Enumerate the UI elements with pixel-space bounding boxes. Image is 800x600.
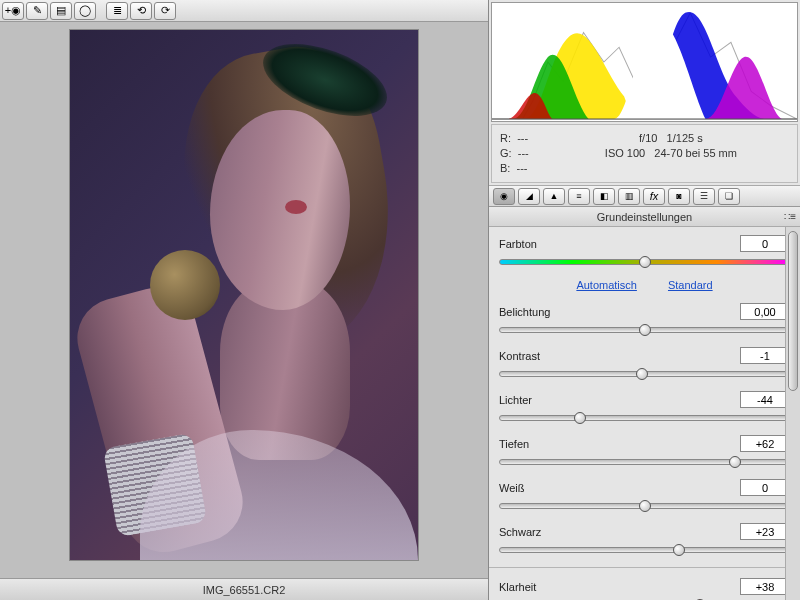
- slider-weiss: Weiß: [499, 479, 790, 513]
- slider-tiefen: Tiefen: [499, 435, 790, 469]
- oval-icon[interactable]: ◯: [74, 2, 96, 20]
- klarheit-input[interactable]: [740, 578, 790, 595]
- schwarz-track[interactable]: [499, 543, 790, 557]
- r-value: ---: [517, 132, 528, 144]
- image-viewport[interactable]: [0, 22, 488, 578]
- panel-scrollbar[interactable]: [785, 227, 800, 600]
- exif-readout: R: --- G: --- B: --- f/10 1/125 s ISO 10…: [491, 124, 798, 183]
- section-header: Grundeinstellungen ∷≡: [489, 207, 800, 227]
- brush-icon[interactable]: ✎: [26, 2, 48, 20]
- belichtung-handle[interactable]: [639, 324, 651, 336]
- tiefen-track[interactable]: [499, 455, 790, 469]
- kontrast-input[interactable]: [740, 347, 790, 364]
- rotate-right-icon[interactable]: ⟳: [154, 2, 176, 20]
- panel-tab-strip: ◉ ◢ ▲ ≡ ◧ ▥ fx ◙ ☰ ❏: [489, 185, 800, 207]
- weiss-track[interactable]: [499, 499, 790, 513]
- weiss-label: Weiß: [499, 482, 524, 494]
- rotate-left-icon[interactable]: ⟲: [130, 2, 152, 20]
- klarheit-label: Klarheit: [499, 581, 536, 593]
- r-label: R:: [500, 132, 511, 144]
- divider: [489, 567, 800, 568]
- default-link[interactable]: Standard: [668, 279, 713, 291]
- slider-belichtung: Belichtung: [499, 303, 790, 337]
- tiefen-input[interactable]: [740, 435, 790, 452]
- lichter-input[interactable]: [740, 391, 790, 408]
- g-label: G:: [500, 147, 512, 159]
- weiss-handle[interactable]: [639, 500, 651, 512]
- section-menu-icon[interactable]: ∷≡: [784, 207, 796, 227]
- shutter-value: 1/125 s: [667, 132, 703, 144]
- list-icon[interactable]: ≣: [106, 2, 128, 20]
- tab-camera-icon[interactable]: ◙: [668, 188, 690, 205]
- schwarz-label: Schwarz: [499, 526, 541, 538]
- adjustments-panel: R: --- G: --- B: --- f/10 1/125 s ISO 10…: [488, 0, 800, 600]
- belichtung-input[interactable]: [740, 303, 790, 320]
- belichtung-label: Belichtung: [499, 306, 550, 318]
- tab-fx-icon[interactable]: fx: [643, 188, 665, 205]
- stack-icon[interactable]: ▤: [50, 2, 72, 20]
- eye-plus-icon[interactable]: +◉: [2, 2, 24, 20]
- lichter-label: Lichter: [499, 394, 532, 406]
- lichter-track[interactable]: [499, 411, 790, 425]
- tab-split-icon[interactable]: ◧: [593, 188, 615, 205]
- tab-curve-icon[interactable]: ◢: [518, 188, 540, 205]
- tab-snapshot-icon[interactable]: ❏: [718, 188, 740, 205]
- slider-schwarz: Schwarz: [499, 523, 790, 557]
- schwarz-handle[interactable]: [673, 544, 685, 556]
- slider-kontrast: Kontrast: [499, 347, 790, 381]
- g-value: ---: [518, 147, 529, 159]
- tiefen-label: Tiefen: [499, 438, 529, 450]
- b-label: B:: [500, 162, 510, 174]
- weiss-input[interactable]: [740, 479, 790, 496]
- belichtung-track[interactable]: [499, 323, 790, 337]
- slider-klarheit: Klarheit: [499, 578, 790, 600]
- farbton-label: Farbton: [499, 238, 537, 250]
- tab-hsl-icon[interactable]: ≡: [568, 188, 590, 205]
- slider-lichter: Lichter: [499, 391, 790, 425]
- tab-basic-icon[interactable]: ◉: [493, 188, 515, 205]
- tiefen-handle[interactable]: [729, 456, 741, 468]
- lichter-handle[interactable]: [574, 412, 586, 424]
- farbton-handle[interactable]: [639, 256, 651, 268]
- auto-link[interactable]: Automatisch: [576, 279, 637, 291]
- canvas-panel: +◉ ✎ ▤ ◯ ≣ ⟲ ⟳: [0, 0, 488, 600]
- b-value: ---: [517, 162, 528, 174]
- auto-default-links: Automatisch Standard: [499, 279, 790, 291]
- filename-bar: IMG_66551.CR2: [0, 578, 488, 600]
- schwarz-input[interactable]: [740, 523, 790, 540]
- scroll-thumb[interactable]: [788, 231, 798, 391]
- section-title-label: Grundeinstellungen: [597, 211, 692, 223]
- tab-detail-icon[interactable]: ▲: [543, 188, 565, 205]
- iso-value: ISO 100: [605, 147, 645, 159]
- tab-lens-icon[interactable]: ▥: [618, 188, 640, 205]
- filename-label: IMG_66551.CR2: [203, 584, 286, 596]
- kontrast-label: Kontrast: [499, 350, 540, 362]
- lens-value: 24-70 bei 55 mm: [654, 147, 737, 159]
- top-toolbar: +◉ ✎ ▤ ◯ ≣ ⟲ ⟳: [0, 0, 488, 22]
- tab-presets-icon[interactable]: ☰: [693, 188, 715, 205]
- kontrast-track[interactable]: [499, 367, 790, 381]
- kontrast-handle[interactable]: [636, 368, 648, 380]
- histogram[interactable]: [491, 2, 798, 122]
- slider-farbton: Farbton: [499, 235, 790, 269]
- preview-image: [70, 30, 418, 560]
- basic-panel-body: Farbton Automatisch Standard Belichtung: [489, 227, 800, 600]
- aperture-value: f/10: [639, 132, 657, 144]
- farbton-input[interactable]: [740, 235, 790, 252]
- farbton-track[interactable]: [499, 255, 790, 269]
